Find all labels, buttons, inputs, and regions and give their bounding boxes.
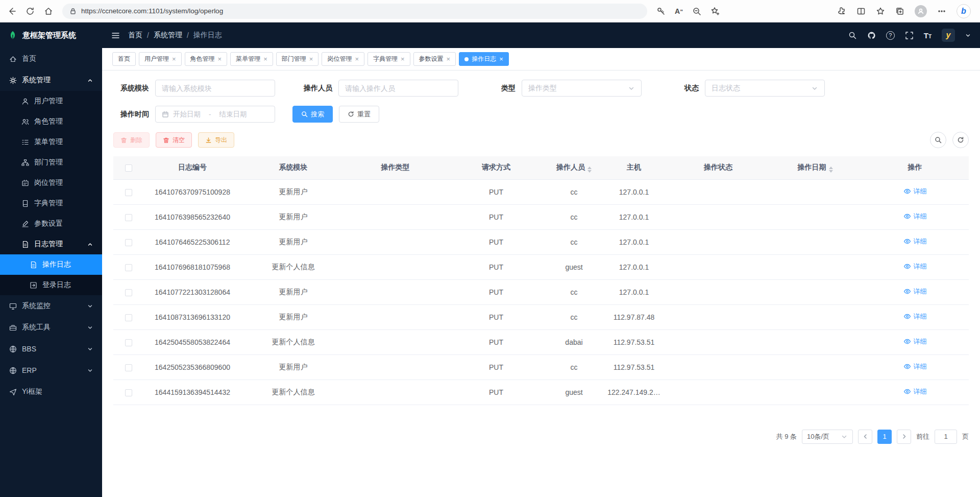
sidebar-item-user[interactable]: 用户管理 — [0, 91, 102, 111]
home-icon[interactable] — [44, 7, 53, 16]
tab-menu[interactable]: 菜单管理× — [230, 52, 273, 66]
breadcrumb-system[interactable]: 系统管理 — [154, 31, 182, 40]
row-checkbox[interactable] — [125, 339, 132, 346]
github-icon[interactable] — [867, 31, 876, 40]
detail-link[interactable]: 详细 — [903, 212, 927, 221]
prev-page-button[interactable] — [858, 430, 872, 444]
tab-close-icon[interactable]: × — [499, 56, 503, 62]
delete-button[interactable]: 删除 — [113, 132, 150, 148]
detail-link[interactable]: 详细 — [903, 312, 927, 321]
sidebar-item-dict[interactable]: 字典管理 — [0, 193, 102, 214]
tab-operlog[interactable]: 操作日志× — [459, 52, 509, 66]
tab-close-icon[interactable]: × — [263, 56, 267, 62]
toggle-search-button[interactable] — [930, 132, 946, 148]
sidebar-item-param[interactable]: 参数设置 — [0, 214, 102, 234]
sidebar-item-home[interactable]: 首页 — [0, 48, 102, 69]
tab-dept[interactable]: 部门管理× — [276, 52, 319, 66]
tab-post[interactable]: 岗位管理× — [322, 52, 364, 66]
select-all-checkbox[interactable] — [125, 164, 132, 172]
favorite-add-icon[interactable] — [710, 7, 720, 16]
browser-menu-icon[interactable] — [937, 7, 946, 16]
row-checkbox[interactable] — [125, 214, 132, 221]
sidebar-item-erp[interactable]: ERP — [0, 360, 102, 381]
status-select[interactable]: 日志状态 — [705, 80, 825, 97]
reset-button[interactable]: 重置 — [339, 106, 379, 123]
refresh-icon[interactable] — [26, 7, 35, 16]
detail-link[interactable]: 详细 — [903, 362, 927, 371]
favorites-bar-icon[interactable] — [876, 7, 885, 16]
goto-page-input[interactable] — [935, 430, 957, 444]
page-number-button[interactable]: 1 — [877, 430, 892, 444]
tab-dict[interactable]: 字典管理× — [368, 52, 410, 66]
sidebar-item-tools[interactable]: 系统工具 — [0, 317, 102, 338]
export-button[interactable]: 导出 — [198, 132, 234, 148]
sidebar-item-dept[interactable]: 部门管理 — [0, 152, 102, 173]
row-checkbox[interactable] — [125, 189, 132, 196]
sidebar-item-menu[interactable]: 菜单管理 — [0, 132, 102, 152]
sort-icon[interactable] — [829, 167, 833, 173]
breadcrumb-home[interactable]: 首页 — [128, 31, 142, 40]
book-icon — [21, 200, 29, 207]
detail-link[interactable]: 详细 — [903, 387, 927, 396]
sort-icon[interactable] — [587, 167, 592, 173]
chevron-down-icon[interactable] — [965, 33, 971, 38]
detail-link[interactable]: 详细 — [903, 287, 927, 296]
search-button[interactable]: 搜索 — [292, 106, 333, 123]
refresh-table-button[interactable] — [952, 132, 969, 148]
bing-icon[interactable]: b — [957, 4, 971, 18]
row-checkbox[interactable] — [125, 239, 132, 246]
back-icon[interactable] — [7, 7, 16, 16]
profile-avatar[interactable] — [915, 5, 927, 17]
help-icon[interactable]: ? — [886, 31, 895, 40]
split-screen-icon[interactable] — [856, 7, 866, 16]
sidebar-item-role[interactable]: 角色管理 — [0, 111, 102, 132]
detail-link[interactable]: 详细 — [903, 237, 927, 246]
tab-close-icon[interactable]: × — [401, 56, 405, 62]
sidebar-item-monitor[interactable]: 系统监控 — [0, 295, 102, 317]
operator-input[interactable] — [345, 84, 452, 92]
sidebar-item-post[interactable]: 岗位管理 — [0, 173, 102, 193]
read-aloud-icon[interactable]: A” — [675, 7, 683, 15]
sidebar-item-system[interactable]: 系统管理 — [0, 69, 102, 91]
font-size-icon[interactable]: TT — [924, 31, 932, 40]
sidebar-item-operlog[interactable]: 操作日志 — [0, 254, 102, 275]
sidebar-item-log[interactable]: 日志管理 — [0, 234, 102, 254]
row-checkbox[interactable] — [125, 364, 132, 371]
tab-close-icon[interactable]: × — [447, 56, 451, 62]
col-date[interactable]: 操作日期 — [769, 156, 861, 179]
row-checkbox[interactable] — [125, 314, 132, 321]
type-select[interactable]: 操作类型 — [522, 80, 642, 97]
tab-role[interactable]: 角色管理× — [185, 52, 228, 66]
sidebar-item-yi[interactable]: Yi框架 — [0, 381, 102, 403]
extensions-icon[interactable] — [837, 7, 846, 16]
tab-close-icon[interactable]: × — [309, 56, 313, 62]
tab-home[interactable]: 首页 — [112, 52, 136, 66]
detail-link[interactable]: 详细 — [903, 337, 927, 346]
row-checkbox[interactable] — [125, 289, 132, 296]
sidebar-item-loginlog[interactable]: 登录日志 — [0, 275, 102, 295]
fullscreen-icon[interactable] — [905, 31, 914, 40]
collapse-menu-icon[interactable] — [111, 31, 120, 40]
detail-link[interactable]: 详细 — [903, 187, 927, 196]
tab-close-icon[interactable]: × — [172, 56, 176, 62]
row-checkbox[interactable] — [125, 264, 132, 271]
date-range-input[interactable]: 开始日期 - 结束日期 — [155, 106, 275, 123]
tab-close-icon[interactable]: × — [218, 56, 222, 62]
tab-close-icon[interactable]: × — [355, 56, 359, 62]
search-icon[interactable] — [848, 31, 857, 40]
module-input[interactable] — [162, 84, 268, 92]
user-logo[interactable]: y — [942, 29, 955, 42]
clear-button[interactable]: 清空 — [156, 132, 192, 148]
password-key-icon[interactable] — [656, 7, 666, 16]
collections-icon[interactable] — [895, 7, 904, 16]
zoom-out-icon[interactable] — [692, 7, 701, 16]
page-size-select[interactable]: 10条/页 — [802, 430, 853, 444]
row-checkbox[interactable] — [125, 389, 132, 396]
detail-link[interactable]: 详细 — [903, 262, 927, 271]
next-page-button[interactable] — [897, 430, 911, 444]
tab-param[interactable]: 参数设置× — [413, 52, 456, 66]
tab-user[interactable]: 用户管理× — [139, 52, 182, 66]
col-operator[interactable]: 操作人员 — [547, 156, 601, 179]
address-bar[interactable]: https://ccnetcore.com:1101/system/log/op… — [62, 4, 647, 19]
sidebar-item-bbs[interactable]: BBS — [0, 338, 102, 360]
